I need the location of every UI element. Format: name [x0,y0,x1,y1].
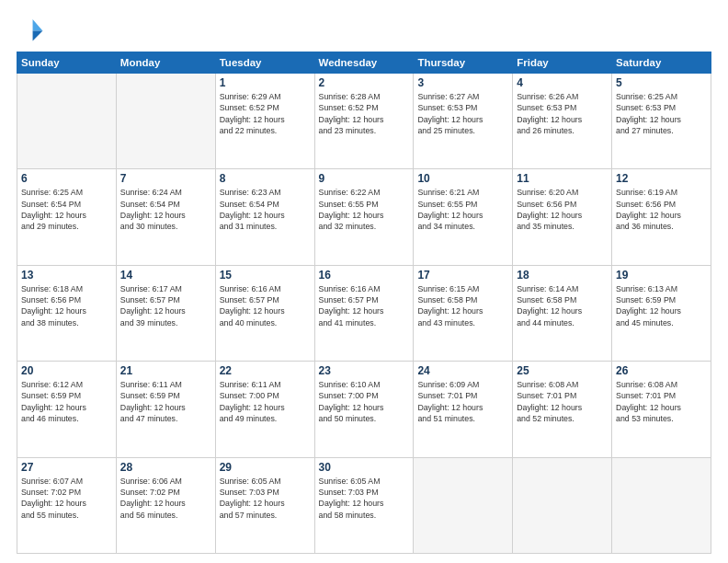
weekday-header: Wednesday [314,52,414,74]
calendar-cell [612,457,711,553]
cell-info: Sunrise: 6:26 AMSunset: 6:53 PMDaylight:… [517,91,608,136]
day-number: 14 [120,269,211,282]
calendar-cell: 25Sunrise: 6:08 AMSunset: 7:01 PMDayligh… [513,362,612,457]
day-number: 3 [417,76,508,89]
cell-info: Sunrise: 6:25 AMSunset: 6:53 PMDaylight:… [616,91,707,136]
cell-info: Sunrise: 6:12 AMSunset: 6:59 PMDaylight:… [21,379,112,424]
calendar-cell: 17Sunrise: 6:15 AMSunset: 6:58 PMDayligh… [414,265,513,361]
cell-info: Sunrise: 6:14 AMSunset: 6:58 PMDaylight:… [517,283,608,328]
weekday-header: Saturday [612,52,711,74]
calendar-cell: 5Sunrise: 6:25 AMSunset: 6:53 PMDaylight… [612,74,711,169]
day-number: 19 [616,269,707,282]
day-number: 1 [220,76,311,89]
cell-info: Sunrise: 6:13 AMSunset: 6:59 PMDaylight:… [616,283,707,328]
day-number: 30 [319,461,410,474]
day-number: 22 [220,364,311,377]
calendar-cell: 21Sunrise: 6:11 AMSunset: 6:59 PMDayligh… [116,362,215,457]
calendar-cell [17,74,117,169]
day-number: 26 [616,364,707,377]
calendar-cell: 4Sunrise: 6:26 AMSunset: 6:53 PMDaylight… [513,74,612,169]
calendar-cell: 19Sunrise: 6:13 AMSunset: 6:59 PMDayligh… [612,265,711,361]
cell-info: Sunrise: 6:16 AMSunset: 6:57 PMDaylight:… [319,283,410,328]
day-number: 20 [21,364,112,377]
calendar-cell: 10Sunrise: 6:21 AMSunset: 6:55 PMDayligh… [414,169,513,265]
calendar-cell: 2Sunrise: 6:28 AMSunset: 6:52 PMDaylight… [314,74,414,169]
day-number: 24 [417,364,508,377]
calendar-cell: 3Sunrise: 6:27 AMSunset: 6:53 PMDaylight… [414,74,513,169]
cell-info: Sunrise: 6:20 AMSunset: 6:56 PMDaylight:… [517,187,608,232]
calendar-cell: 6Sunrise: 6:25 AMSunset: 6:54 PMDaylight… [17,169,117,265]
day-number: 23 [319,364,410,377]
calendar-cell: 8Sunrise: 6:23 AMSunset: 6:54 PMDaylight… [215,169,314,265]
day-number: 8 [220,172,311,185]
page: SundayMondayTuesdayWednesdayThursdayFrid… [0,0,728,563]
day-number: 28 [120,461,211,474]
day-number: 16 [319,269,410,282]
day-number: 6 [21,172,112,185]
day-number: 7 [120,172,211,185]
weekday-header: Friday [513,52,612,74]
cell-info: Sunrise: 6:24 AMSunset: 6:54 PMDaylight:… [120,187,211,232]
calendar-cell: 18Sunrise: 6:14 AMSunset: 6:58 PMDayligh… [513,265,612,361]
cell-info: Sunrise: 6:06 AMSunset: 7:02 PMDaylight:… [120,476,211,521]
cell-info: Sunrise: 6:05 AMSunset: 7:03 PMDaylight:… [220,476,311,521]
calendar-cell: 11Sunrise: 6:20 AMSunset: 6:56 PMDayligh… [513,169,612,265]
cell-info: Sunrise: 6:07 AMSunset: 7:02 PMDaylight:… [21,476,112,521]
weekday-header: Thursday [414,52,513,74]
calendar-cell [513,457,612,553]
day-number: 17 [417,269,508,282]
calendar-cell [414,457,513,553]
day-number: 21 [120,364,211,377]
calendar-cell: 29Sunrise: 6:05 AMSunset: 7:03 PMDayligh… [215,457,314,553]
logo-icon [18,17,44,42]
cell-info: Sunrise: 6:08 AMSunset: 7:01 PMDaylight:… [517,379,608,424]
day-number: 2 [319,76,410,89]
day-number: 10 [417,172,508,185]
calendar-cell: 24Sunrise: 6:09 AMSunset: 7:01 PMDayligh… [414,362,513,457]
calendar-cell: 28Sunrise: 6:06 AMSunset: 7:02 PMDayligh… [116,457,215,553]
cell-info: Sunrise: 6:05 AMSunset: 7:03 PMDaylight:… [319,476,410,521]
calendar-cell: 12Sunrise: 6:19 AMSunset: 6:56 PMDayligh… [612,169,711,265]
calendar-cell: 13Sunrise: 6:18 AMSunset: 6:56 PMDayligh… [17,265,117,361]
calendar-cell: 20Sunrise: 6:12 AMSunset: 6:59 PMDayligh… [17,362,117,457]
calendar-cell: 22Sunrise: 6:11 AMSunset: 7:00 PMDayligh… [215,362,314,457]
cell-info: Sunrise: 6:28 AMSunset: 6:52 PMDaylight:… [319,91,410,136]
calendar-cell [116,74,215,169]
calendar-cell: 15Sunrise: 6:16 AMSunset: 6:57 PMDayligh… [215,265,314,361]
calendar-cell: 9Sunrise: 6:22 AMSunset: 6:55 PMDaylight… [314,169,414,265]
cell-info: Sunrise: 6:08 AMSunset: 7:01 PMDaylight:… [616,379,707,424]
cell-info: Sunrise: 6:25 AMSunset: 6:54 PMDaylight:… [21,187,112,232]
calendar-cell: 26Sunrise: 6:08 AMSunset: 7:01 PMDayligh… [612,362,711,457]
cell-info: Sunrise: 6:18 AMSunset: 6:56 PMDaylight:… [21,283,112,328]
cell-info: Sunrise: 6:21 AMSunset: 6:55 PMDaylight:… [417,187,508,232]
svg-marker-1 [33,31,43,41]
day-number: 5 [616,76,707,89]
calendar-cell: 16Sunrise: 6:16 AMSunset: 6:57 PMDayligh… [314,265,414,361]
cell-info: Sunrise: 6:22 AMSunset: 6:55 PMDaylight:… [319,187,410,232]
cell-info: Sunrise: 6:15 AMSunset: 6:58 PMDaylight:… [417,283,508,328]
day-number: 18 [517,269,608,282]
weekday-header: Monday [116,52,215,74]
cell-info: Sunrise: 6:19 AMSunset: 6:56 PMDaylight:… [616,187,707,232]
cell-info: Sunrise: 6:11 AMSunset: 7:00 PMDaylight:… [220,379,311,424]
calendar-cell: 14Sunrise: 6:17 AMSunset: 6:57 PMDayligh… [116,265,215,361]
day-number: 4 [517,76,608,89]
day-number: 9 [319,172,410,185]
cell-info: Sunrise: 6:10 AMSunset: 7:00 PMDaylight:… [319,379,410,424]
day-number: 13 [21,269,112,282]
cell-info: Sunrise: 6:23 AMSunset: 6:54 PMDaylight:… [220,187,311,232]
calendar-cell: 27Sunrise: 6:07 AMSunset: 7:02 PMDayligh… [17,457,117,553]
weekday-header: Tuesday [215,52,314,74]
calendar-cell: 7Sunrise: 6:24 AMSunset: 6:54 PMDaylight… [116,169,215,265]
day-number: 27 [21,461,112,474]
cell-info: Sunrise: 6:27 AMSunset: 6:53 PMDaylight:… [417,91,508,136]
cell-info: Sunrise: 6:29 AMSunset: 6:52 PMDaylight:… [220,91,311,136]
cell-info: Sunrise: 6:17 AMSunset: 6:57 PMDaylight:… [120,283,211,328]
calendar-cell: 1Sunrise: 6:29 AMSunset: 6:52 PMDaylight… [215,74,314,169]
day-number: 12 [616,172,707,185]
calendar-cell: 30Sunrise: 6:05 AMSunset: 7:03 PMDayligh… [314,457,414,553]
calendar-table: SundayMondayTuesdayWednesdayThursdayFrid… [17,52,711,554]
cell-info: Sunrise: 6:09 AMSunset: 7:01 PMDaylight:… [417,379,508,424]
calendar-cell: 23Sunrise: 6:10 AMSunset: 7:00 PMDayligh… [314,362,414,457]
cell-info: Sunrise: 6:11 AMSunset: 6:59 PMDaylight:… [120,379,211,424]
